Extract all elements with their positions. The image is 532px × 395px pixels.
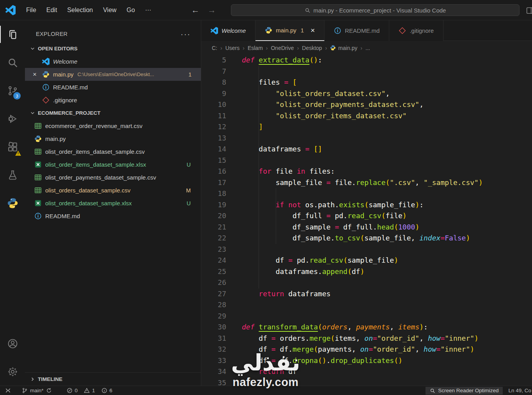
menu-selection[interactable]: Selection	[62, 4, 98, 16]
git-branch-status[interactable]: main*	[19, 386, 55, 395]
code-line[interactable]: 22 df_sample.to_csv(sample_file, index=F…	[201, 233, 532, 244]
file-row-olist_order_items_dataset_sample.xlsx[interactable]: olist_order_items_dataset_sample.xlsxU	[25, 158, 201, 171]
menu-view[interactable]: View	[98, 4, 121, 16]
line-number[interactable]: 29	[201, 311, 226, 322]
cursor-position[interactable]: Ln 49, Co	[508, 388, 532, 393]
code-line[interactable]: 24 df = pd.read_csv(sample_file)	[201, 255, 532, 266]
activity-testing-button[interactable]	[0, 161, 25, 189]
code-line[interactable]: 26	[201, 277, 532, 288]
line-number[interactable]: 22	[201, 233, 226, 244]
line-number[interactable]: 33	[201, 355, 226, 367]
breadcrumb-item-Eslam[interactable]: Eslam	[248, 45, 263, 51]
line-number[interactable]: 18	[201, 188, 226, 199]
code-line[interactable]: 10 "olist_order_payments_dataset.csv",	[201, 99, 532, 110]
tab-README.md[interactable]: README.md	[325, 20, 389, 41]
open-editor-.gitignore[interactable]: .gitignore	[25, 94, 201, 107]
open-editor-Welcome[interactable]: Welcome	[25, 55, 201, 68]
screen-reader-button[interactable]: Screen Reader Optimized	[426, 387, 503, 395]
code-line[interactable]: 7	[201, 66, 532, 77]
code-line[interactable]: 8 files = [	[201, 77, 532, 88]
code-line[interactable]: 19 if not os.path.exists(sample_file):	[201, 199, 532, 211]
line-number[interactable]: 21	[201, 222, 226, 233]
open-editor-main.py[interactable]: ×main.pyC:\Users\Eslam\OneDrive\Deskt...…	[25, 68, 201, 81]
code-line[interactable]: 13	[201, 133, 532, 144]
code-line[interactable]: 18	[201, 188, 532, 199]
code-line[interactable]: 12 ]	[201, 121, 532, 133]
breadcrumb-item-Desktop[interactable]: Desktop	[302, 45, 322, 51]
code-line[interactable]: 32 df = df.merge(payments, on="order_id"…	[201, 344, 532, 355]
tab-main.py[interactable]: main.py1×	[255, 20, 325, 41]
line-number[interactable]: 13	[201, 133, 226, 144]
line-number[interactable]: 23	[201, 244, 226, 255]
code-line[interactable]: 23	[201, 244, 532, 255]
line-number[interactable]: 10	[201, 99, 226, 110]
line-number[interactable]: 34	[201, 366, 226, 377]
line-number[interactable]: 5	[201, 55, 226, 66]
menu-···[interactable]: ···	[140, 4, 156, 16]
menu-edit[interactable]: Edit	[41, 4, 62, 16]
code-line[interactable]: 9 "olist_orders_dataset.csv",	[201, 88, 532, 100]
line-number[interactable]: 20	[201, 210, 226, 222]
line-number[interactable]: 24	[201, 255, 226, 266]
line-number[interactable]: 16	[201, 166, 226, 177]
breadcrumb-item-main.py[interactable]: main.py	[330, 45, 357, 51]
code-line[interactable]: 31 df = orders.merge(items, on="order_id…	[201, 333, 532, 344]
layout-toggle-icon[interactable]	[526, 6, 532, 15]
code-line[interactable]: 29	[201, 311, 532, 322]
line-number[interactable]: 32	[201, 344, 226, 355]
command-center-search[interactable]: main.py - Ecommerce_project - Visual Stu…	[231, 4, 520, 16]
line-number[interactable]: 28	[201, 299, 226, 311]
nav-back-icon[interactable]: ←	[191, 5, 200, 15]
activity-source-control-button[interactable]: 3	[0, 77, 25, 105]
file-row-main.py[interactable]: main.py	[25, 132, 201, 145]
nav-forward-icon[interactable]: →	[207, 5, 216, 15]
line-number[interactable]: 15	[201, 155, 226, 166]
menu-go[interactable]: Go	[122, 4, 140, 16]
line-number[interactable]: 31	[201, 333, 226, 344]
line-number[interactable]: 25	[201, 266, 226, 278]
problems-status[interactable]: 0 1 6	[64, 386, 115, 395]
code-line[interactable]: 14 dataframes = []	[201, 144, 532, 155]
line-number[interactable]: 8	[201, 77, 226, 88]
tab-.gitignore[interactable]: .gitignore	[389, 20, 443, 41]
line-number[interactable]: 26	[201, 277, 226, 288]
file-row-olist_orders_dataset_sample.csv[interactable]: olist_orders_dataset_sample.csvM	[25, 184, 201, 197]
file-row-olist_order_payments_dataset_sample.csv[interactable]: olist_order_payments_dataset_sample.csv	[25, 171, 201, 184]
open-editor-README.md[interactable]: README.md	[25, 81, 201, 94]
code-line[interactable]: 27 return dataframes	[201, 288, 532, 300]
code-line[interactable]: 16 for file in files:	[201, 166, 532, 177]
code-line[interactable]: 33 df = df.dropna().drop_duplicates()	[201, 355, 532, 367]
line-number[interactable]: 30	[201, 322, 226, 333]
file-row-olist_order_items_dataset_sample.csv[interactable]: olist_order_items_dataset_sample.csv	[25, 145, 201, 158]
open-editors-header[interactable]: OPEN EDITORS	[25, 42, 201, 55]
line-number[interactable]: 12	[201, 121, 226, 133]
code-line[interactable]: 11 "olist_order_items_dataset.csv"	[201, 110, 532, 122]
line-number[interactable]: 17	[201, 177, 226, 189]
line-number[interactable]: 7	[201, 66, 226, 77]
line-number[interactable]: 19	[201, 199, 226, 211]
breadcrumb-item-...[interactable]: ...	[365, 45, 370, 51]
code-line[interactable]: 34 return df	[201, 366, 532, 377]
activity-account-button[interactable]	[0, 329, 25, 358]
project-header[interactable]: ECOMMERCE_PROJECT	[25, 107, 201, 119]
menu-file[interactable]: File	[21, 4, 41, 16]
activity-extensions-button[interactable]	[0, 133, 25, 161]
line-number[interactable]: 11	[201, 110, 226, 122]
remote-indicator[interactable]	[2, 386, 14, 395]
code-line[interactable]: 15	[201, 155, 532, 166]
close-icon[interactable]: ×	[310, 26, 315, 35]
file-row-olist_orders_dataset_sample.xlsx[interactable]: olist_orders_dataset_sample.xlsxU	[25, 197, 201, 210]
code-line[interactable]: 25 dataframes.append(df)	[201, 266, 532, 278]
explorer-actions-button[interactable]: ···	[181, 30, 191, 39]
code-line[interactable]: 5def extract_data():	[201, 55, 532, 66]
breadcrumb-item-Users[interactable]: Users	[225, 45, 240, 51]
activity-python-button[interactable]	[0, 189, 25, 217]
code-line[interactable]: 17 sample_file = file.replace(".csv", "_…	[201, 177, 532, 189]
close-icon[interactable]: ×	[33, 71, 42, 78]
code-line[interactable]: 30def transform_data(orders, payments, i…	[201, 322, 532, 333]
line-number[interactable]: 27	[201, 288, 226, 300]
code-line[interactable]: 21 df_sample = df_full.head(1000)	[201, 222, 532, 233]
timeline-header[interactable]: TIMELINE	[25, 372, 201, 386]
file-row-ecommerce_order_revenue_mart.csv[interactable]: ecommerce_order_revenue_mart.csv	[25, 119, 201, 132]
code-line[interactable]: 20 df_full = pd.read_csv(file)	[201, 210, 532, 222]
